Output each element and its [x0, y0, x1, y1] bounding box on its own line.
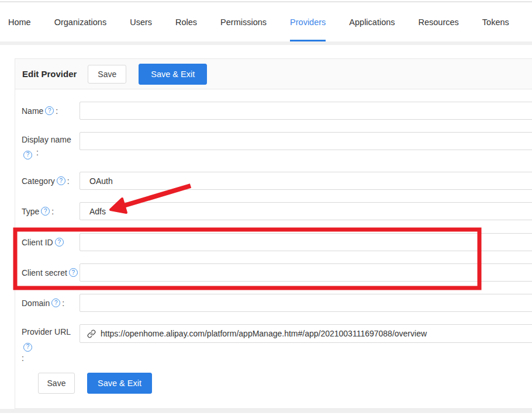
card-header: Edit Provider Save Save & Exit: [15, 59, 532, 89]
help-icon[interactable]: [45, 106, 54, 115]
help-icon[interactable]: [55, 238, 64, 247]
nav-item-home[interactable]: Home: [0, 2, 43, 41]
label-text: Provider URL: [22, 327, 71, 336]
provider-url-label: Provider URL :: [22, 325, 82, 365]
label-colon: :: [62, 297, 64, 310]
edit-provider-card: Edit Provider Save Save & Exit Name : Di…: [15, 58, 532, 409]
nav-item-providers[interactable]: Providers: [278, 2, 337, 41]
nav-item-label: Organizations: [54, 18, 106, 27]
client-id-label: Client ID: [22, 233, 82, 251]
help-icon[interactable]: [69, 268, 78, 277]
top-nav: Home Organizations Users Roles Permissio…: [0, 2, 532, 41]
help-icon[interactable]: [51, 298, 60, 307]
label-colon: :: [22, 353, 24, 363]
save-button-top[interactable]: Save: [88, 65, 126, 84]
help-icon[interactable]: [57, 176, 65, 185]
label-text: Client ID: [22, 236, 53, 249]
name-input[interactable]: [80, 102, 532, 120]
category-label: Category :: [22, 172, 82, 190]
client-id-input[interactable]: [80, 233, 532, 251]
page: { "colors": { "accent_blue": "#2a7de3", …: [0, 0, 532, 420]
nav-item-label: Permissions: [220, 18, 267, 27]
name-label: Name :: [22, 102, 82, 120]
domain-input[interactable]: [80, 294, 532, 312]
nav-item-applications[interactable]: Applications: [337, 2, 406, 41]
nav-item-roles[interactable]: Roles: [164, 2, 209, 41]
label-text: Domain: [22, 297, 50, 310]
domain-label: Domain :: [22, 294, 82, 312]
client-secret-label: Client secret: [22, 263, 82, 282]
category-value: OAuth: [89, 176, 113, 186]
label-text: Display name: [22, 135, 71, 144]
label-text: Client secret: [22, 266, 67, 279]
category-select[interactable]: OAuth: [80, 172, 532, 190]
nav-item-label: Home: [8, 18, 31, 27]
save-exit-button-top[interactable]: Save & Exit: [139, 64, 207, 85]
nav-item-label: Applications: [349, 18, 395, 27]
label-text: Name: [22, 105, 43, 117]
nav-item-label: Tokens: [482, 18, 509, 27]
type-label: Type :: [22, 202, 82, 220]
save-exit-button-bottom[interactable]: Save & Exit: [87, 373, 152, 394]
client-secret-input[interactable]: [80, 263, 532, 282]
page-title: Edit Provider: [22, 69, 77, 79]
label-text: Type: [22, 205, 39, 218]
display-name-input[interactable]: [80, 132, 532, 150]
nav-item-resources[interactable]: Resources: [407, 2, 471, 41]
help-icon[interactable]: [41, 207, 50, 216]
label-colon: :: [51, 205, 54, 218]
label-colon: :: [56, 105, 58, 117]
nav-item-label: Users: [130, 18, 152, 27]
type-value: Adfs: [89, 207, 106, 216]
nav-item-users[interactable]: Users: [118, 2, 164, 41]
link-icon: [87, 329, 96, 338]
bottom-strip: [0, 409, 532, 413]
label-text: Category: [22, 175, 55, 188]
display-name-label: Display name :: [22, 133, 82, 159]
nav-item-label: Providers: [290, 18, 326, 27]
help-icon[interactable]: [23, 343, 32, 352]
type-select[interactable]: Adfs: [80, 202, 532, 220]
nav-item-records[interactable]: Records: [521, 2, 532, 41]
nav-item-label: Roles: [175, 18, 197, 27]
nav-item-organizations[interactable]: Organizations: [43, 2, 118, 41]
provider-url-input[interactable]: https://openhome.alipay.com/platform/app…: [80, 324, 532, 343]
help-icon[interactable]: [23, 151, 32, 159]
nav-item-tokens[interactable]: Tokens: [471, 2, 521, 41]
nav-bottom-strip: [0, 41, 532, 45]
nav-item-label: Resources: [419, 18, 459, 27]
label-colon: :: [36, 148, 39, 157]
save-button-bottom[interactable]: Save: [38, 373, 75, 394]
nav-item-permissions[interactable]: Permissions: [209, 2, 278, 41]
provider-url-text: https://openhome.alipay.com/platform/app…: [101, 329, 427, 338]
label-colon: :: [67, 175, 70, 188]
